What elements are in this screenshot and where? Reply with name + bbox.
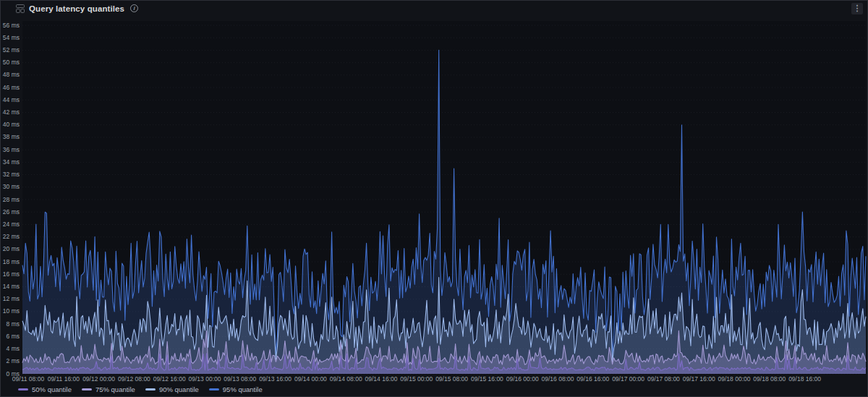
y-axis-label: 42 ms	[1, 109, 20, 116]
y-axis-label: 40 ms	[1, 121, 20, 128]
y-axis-label: 18 ms	[1, 259, 20, 265]
y-axis-label: 54 ms	[1, 35, 20, 41]
y-axis-label: 52 ms	[1, 47, 20, 54]
y-axis-label: 16 ms	[1, 271, 20, 278]
x-axis-label: 09/12 08:00	[118, 375, 150, 383]
y-axis-label: 20 ms	[1, 246, 20, 252]
x-axis-label: 09/18 00:00	[718, 375, 751, 383]
legend-item[interactable]: 95% quantile	[209, 385, 263, 393]
legend: 50% quantile75% quantile90% quantile95% …	[18, 385, 263, 393]
legend-swatch	[145, 388, 156, 390]
y-axis-label: 26 ms	[1, 209, 20, 215]
x-axis-label: 09/13 00:00	[189, 375, 221, 383]
legend-label: 95% quantile	[223, 385, 263, 393]
legend-label: 90% quantile	[159, 385, 199, 393]
x-axis-label: 09/17 16:00	[683, 375, 715, 383]
y-axis-label: 48 ms	[1, 72, 20, 78]
legend-swatch	[209, 388, 219, 390]
x-axis-label: 09/13 08:00	[224, 375, 256, 383]
y-axis-label: 2 ms	[1, 358, 20, 364]
x-axis-label: 09/14 08:00	[330, 375, 362, 383]
legend-swatch	[82, 388, 92, 390]
legend-label: 75% quantile	[95, 385, 135, 393]
x-axis-label: 09/11 08:00	[12, 375, 44, 383]
x-axis-label: 09/18 16:00	[788, 375, 821, 383]
x-axis-label: 09/16 08:00	[542, 375, 574, 383]
x-axis-label: 09/12 00:00	[82, 375, 115, 383]
y-axis-label: 12 ms	[1, 296, 20, 302]
legend-item[interactable]: 75% quantile	[82, 385, 135, 393]
legend-item[interactable]: 90% quantile	[145, 385, 199, 393]
x-axis-label: 09/14 00:00	[294, 375, 327, 383]
grafana-panel: Query latency quantiles i ⋮ 0 ms2 ms4 ms…	[0, 0, 868, 397]
y-axis-label: 50 ms	[1, 59, 20, 66]
x-axis-label: 09/16 16:00	[576, 375, 609, 383]
timeseries-chart[interactable]	[1, 1, 868, 397]
y-axis-label: 56 ms	[1, 22, 20, 29]
x-axis-label: 09/17 00:00	[612, 375, 644, 383]
x-axis-label: 09/12 16:00	[153, 375, 186, 383]
y-axis-label: 6 ms	[1, 333, 20, 340]
y-axis-label: 36 ms	[1, 147, 20, 153]
y-axis-label: 30 ms	[1, 184, 20, 190]
legend-swatch	[18, 388, 28, 390]
y-axis-label: 44 ms	[1, 97, 20, 103]
x-axis-label: 09/15 00:00	[400, 375, 433, 383]
legend-label: 50% quantile	[32, 385, 72, 393]
y-axis-label: 28 ms	[1, 197, 20, 203]
y-axis-label: 22 ms	[1, 234, 20, 240]
y-axis-label: 38 ms	[1, 134, 20, 140]
y-axis-label: 46 ms	[1, 85, 20, 91]
legend-item[interactable]: 50% quantile	[18, 385, 72, 393]
x-axis-label: 09/16 00:00	[506, 375, 539, 383]
x-axis-label: 09/11 16:00	[48, 375, 80, 383]
y-axis-label: 34 ms	[1, 159, 20, 166]
x-axis-label: 09/15 08:00	[435, 375, 468, 383]
y-axis-label: 4 ms	[1, 346, 20, 352]
y-axis-label: 10 ms	[1, 308, 20, 315]
x-axis-label: 09/15 16:00	[471, 375, 503, 383]
x-axis-label: 09/17 08:00	[647, 375, 680, 383]
y-axis-label: 8 ms	[1, 321, 20, 328]
x-axis-label: 09/18 08:00	[753, 375, 786, 383]
y-axis-label: 14 ms	[1, 283, 20, 290]
y-axis-label: 32 ms	[1, 171, 20, 178]
y-axis-label: 24 ms	[1, 221, 20, 228]
x-axis-label: 09/13 16:00	[259, 375, 292, 383]
x-axis-label: 09/14 16:00	[365, 375, 398, 383]
